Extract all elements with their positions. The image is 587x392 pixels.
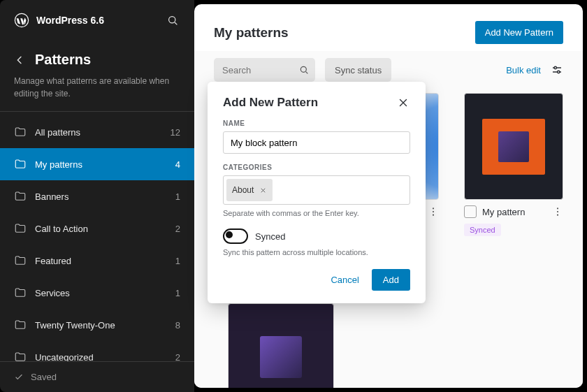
svg-point-8 (558, 71, 560, 73)
sidebar-section-title: Patterns (35, 52, 91, 68)
cancel-button[interactable]: Cancel (325, 270, 364, 289)
folder-icon (14, 319, 27, 331)
add-button[interactable]: Add (372, 269, 410, 291)
pattern-thumbnail (228, 303, 334, 388)
pattern-thumbnail (464, 93, 563, 200)
back-button[interactable] (14, 55, 25, 66)
pattern-actions-button[interactable] (552, 206, 563, 217)
sidebar-divider (0, 111, 194, 112)
page-title: My patterns (214, 25, 289, 41)
sidebar-title-row: Patterns (0, 35, 194, 75)
pattern-card[interactable]: My sinced pattern (228, 303, 334, 388)
sidebar-item-services[interactable]: Services 1 (0, 277, 194, 309)
svg-point-6 (554, 66, 556, 68)
svg-point-9 (433, 208, 434, 209)
close-button[interactable] (396, 96, 410, 110)
sidebar-item-uncategorized[interactable]: Uncategorized 2 (0, 341, 194, 361)
synced-toggle[interactable] (223, 228, 248, 244)
folder-icon (14, 254, 27, 267)
synced-toggle-row: Synced (223, 228, 410, 244)
svg-line-4 (306, 72, 308, 74)
sidebar-item-featured[interactable]: Featured 1 (0, 245, 194, 277)
save-status-label: Saved (31, 372, 57, 382)
sidebar-description: Manage what patterns are available when … (0, 75, 194, 111)
select-pattern-checkbox[interactable] (464, 205, 477, 218)
pattern-card[interactable]: My pattern Synced (464, 93, 563, 236)
sidebar-item-my-patterns[interactable]: My patterns 4 (0, 148, 194, 180)
synced-hint: Sync this pattern across multiple locati… (223, 248, 410, 256)
sidebar-item-label: All patterns (35, 127, 80, 138)
sidebar-item-label: Featured (35, 256, 71, 266)
categories-field-label: CATEGORIES (223, 164, 410, 171)
svg-point-3 (300, 66, 306, 72)
svg-point-12 (557, 208, 558, 209)
dialog-actions: Cancel Add (223, 269, 410, 291)
category-chip-label: About (232, 185, 254, 195)
sidebar-header: WordPress 6.6 (0, 0, 194, 35)
folder-icon (14, 126, 27, 138)
sidebar-item-label: Call to Action (35, 224, 88, 234)
categories-input[interactable]: About (223, 175, 410, 205)
search-field-wrap (214, 58, 315, 82)
category-list: All patterns 12 My patterns 4 Banners 1 … (0, 116, 194, 361)
synced-toggle-label: Synced (255, 231, 285, 242)
sidebar-item-count: 1 (175, 191, 180, 202)
svg-point-1 (169, 17, 175, 23)
sidebar-item-count: 12 (171, 127, 180, 138)
folder-icon (14, 286, 27, 299)
sidebar-item-call-to-action[interactable]: Call to Action 2 (0, 212, 194, 245)
sidebar-item-count: 4 (175, 159, 180, 170)
sidebar-item-count: 8 (175, 320, 180, 331)
bulk-edit-button[interactable]: Bulk edit (506, 65, 541, 75)
name-field-label: NAME (223, 119, 410, 127)
save-status: Saved (0, 361, 194, 392)
categories-hint: Separate with commas or the Enter key. (223, 209, 410, 217)
pattern-title: My pattern (482, 207, 546, 217)
sidebar-item-label: Banners (35, 191, 68, 202)
folder-icon (14, 222, 27, 235)
folder-icon (14, 351, 27, 361)
sidebar-item-twenty-twenty-one[interactable]: Twenty Twenty-One 8 (0, 309, 194, 341)
sidebar-item-label: Services (35, 288, 70, 298)
svg-point-10 (433, 211, 434, 212)
command-palette-button[interactable] (162, 10, 183, 31)
content-header: My patterns Add New Pattern (194, 4, 583, 51)
svg-point-14 (557, 215, 558, 216)
sidebar-item-label: Uncategorized (35, 352, 94, 362)
pattern-actions-button[interactable] (428, 206, 439, 217)
sidebar-item-count: 1 (175, 256, 180, 266)
dialog-header: Add New Pattern (223, 96, 410, 110)
check-icon (14, 372, 24, 382)
add-new-pattern-button[interactable]: Add New Pattern (475, 21, 563, 44)
sidebar-item-label: Twenty Twenty-One (35, 320, 115, 331)
dialog-title: Add New Pattern (223, 96, 318, 110)
remove-chip-button[interactable] (259, 187, 267, 194)
add-new-pattern-dialog: Add New Pattern NAME CATEGORIES About Se… (208, 82, 426, 303)
sidebar-item-banners[interactable]: Banners 1 (0, 180, 194, 212)
pattern-name-input[interactable] (223, 131, 410, 154)
site-title: WordPress 6.6 (36, 15, 155, 26)
folder-icon (14, 190, 27, 203)
site-editor-sidebar: WordPress 6.6 Patterns Manage what patte… (0, 0, 194, 392)
svg-point-11 (433, 215, 434, 216)
search-input[interactable] (214, 65, 363, 75)
svg-line-2 (175, 22, 177, 24)
synced-badge: Synced (464, 224, 501, 236)
svg-point-13 (557, 211, 558, 212)
sidebar-item-count: 2 (175, 352, 180, 362)
search-icon (298, 64, 310, 75)
sidebar-item-label: My patterns (35, 159, 82, 170)
sidebar-item-all-patterns[interactable]: All patterns 12 (0, 116, 194, 148)
sidebar-item-count: 1 (175, 288, 180, 298)
sidebar-item-count: 2 (175, 224, 180, 234)
folder-icon (14, 158, 27, 170)
wordpress-logo-icon[interactable] (14, 13, 29, 28)
view-options-button[interactable] (551, 64, 563, 76)
pattern-card-row: My pattern (464, 205, 563, 218)
category-chip: About (226, 179, 273, 201)
